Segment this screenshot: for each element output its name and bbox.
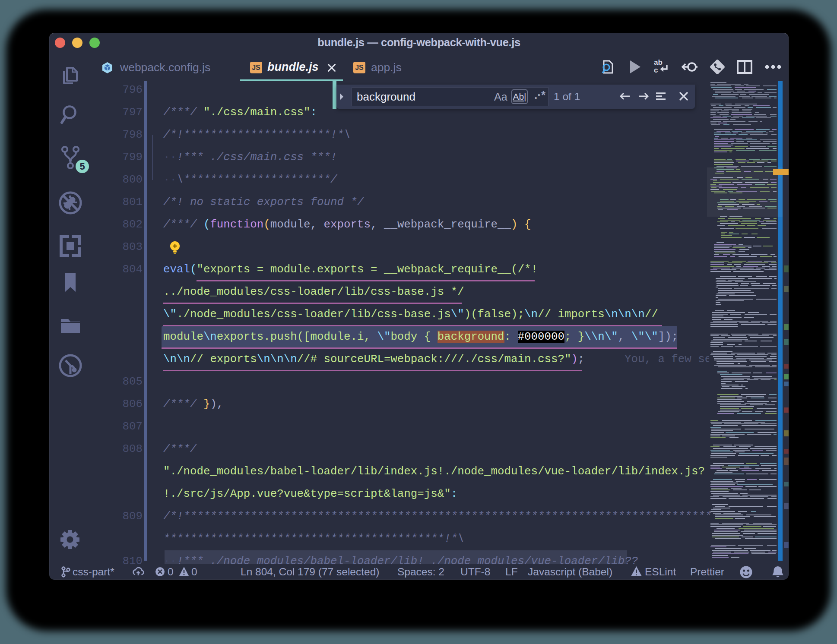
svg-text:ab: ab bbox=[654, 59, 663, 66]
svg-text:c: c bbox=[654, 66, 658, 74]
